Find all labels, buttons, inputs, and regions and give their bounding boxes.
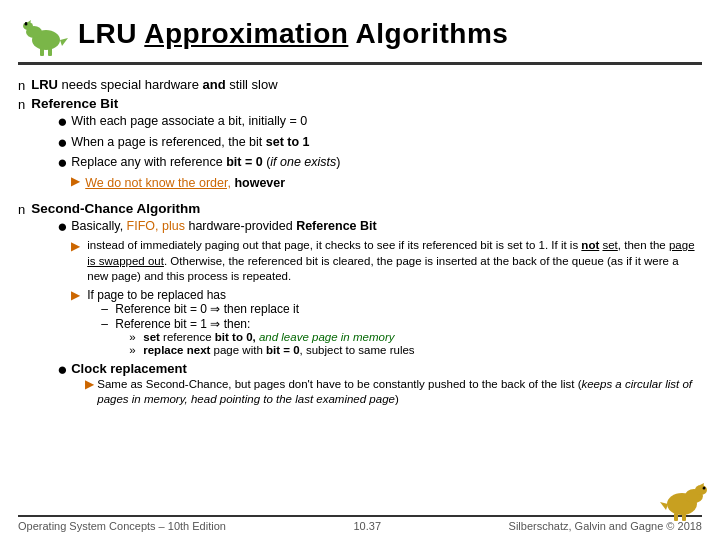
slide: LRU Approximation Algorithms n LRU needs…: [0, 0, 720, 540]
bullet-dot-3: ●: [57, 154, 71, 173]
footer-center: 10.37: [353, 520, 381, 532]
title-prefix: LRU: [78, 18, 144, 49]
deep-bullet-1-text: instead of immediately paging out that p…: [87, 238, 702, 285]
reference-bit-label: Reference Bit: [31, 96, 118, 111]
ref-bullet-3: ● Replace any with reference bit = 0 (if…: [57, 154, 340, 173]
content: n LRU needs special hardware and still s…: [18, 73, 702, 515]
triple-marker-2: »: [129, 344, 143, 356]
triple-marker-1: »: [129, 331, 143, 343]
dash-2: – Reference bit = 1 ⇒ then: » set refere…: [101, 317, 414, 357]
svg-marker-7: [60, 38, 68, 46]
if-page-text: If page to be replaced has: [87, 288, 226, 302]
svg-point-2: [23, 22, 33, 30]
triple-1: » set reference bit to 0, and leave page…: [129, 331, 414, 343]
title-suffix: Algorithms: [348, 18, 508, 49]
bullet-dot-clock: ●: [57, 361, 71, 380]
clock-sub-text: Same as Second-Chance, but pages don't h…: [97, 377, 702, 408]
svg-rect-6: [48, 48, 52, 56]
triple-sub: » set reference bit to 0, and leave page…: [129, 331, 414, 356]
header: LRU Approximation Algorithms: [18, 10, 702, 65]
second-chance-label: Second-Chance Algorithm: [31, 201, 200, 216]
slide-title: LRU Approximation Algorithms: [78, 18, 508, 50]
dino-left-icon: [18, 10, 70, 58]
bullet-dot-2: ●: [57, 134, 71, 153]
second-chance-fifo: ● Basically, FIFO, plus hardware-provide…: [57, 218, 702, 237]
second-chance-content: Second-Chance Algorithm ● Basically, FIF…: [31, 201, 702, 410]
second-chance-section: n Second-Chance Algorithm ● Basically, F…: [18, 201, 702, 410]
dino-right-icon: [658, 472, 710, 522]
svg-point-11: [695, 485, 707, 495]
lru-needs-text: LRU needs special hardware and still slo…: [31, 77, 277, 92]
ref-bullet-1: ● With each page associate a bit, initia…: [57, 113, 340, 132]
arrow-icon-1: ▶: [71, 175, 85, 188]
second-chance-sub: ● Basically, FIFO, plus hardware-provide…: [57, 218, 702, 408]
svg-rect-5: [40, 48, 44, 56]
dash-marker-2: –: [101, 317, 115, 331]
bullet-marker-n2: n: [18, 97, 25, 112]
title-underlined: Approximation: [144, 18, 348, 49]
bullet-marker-n1: n: [18, 78, 25, 93]
deep-sub-container: ▶ instead of immediately paging out that…: [71, 238, 702, 358]
dash-marker-1: –: [101, 302, 115, 316]
deep-bullet-2: ▶ If page to be replaced has – Reference…: [71, 287, 702, 358]
reference-bit-content: Reference Bit ● With each page associate…: [31, 96, 340, 195]
dash-1: – Reference bit = 0 ⇒ then replace it: [101, 302, 414, 316]
ref-subnote: ▶ We do not know the order, however: [71, 175, 340, 193]
bullet-dot-1: ●: [57, 113, 71, 132]
clock-sub-item: ▶ Same as Second-Chance, but pages don't…: [85, 377, 702, 408]
clock-label: Clock replacement: [71, 361, 187, 376]
reference-bit-bullets: ● With each page associate a bit, initia…: [57, 113, 340, 193]
reference-bit-section: n Reference Bit ● With each page associa…: [18, 96, 702, 195]
if-page-content: If page to be replaced has – Reference b…: [87, 287, 414, 358]
triple-2-text: replace next page with bit = 0, subject …: [143, 344, 414, 356]
triple-2: » replace next page with bit = 0, subjec…: [129, 344, 414, 356]
arrow-icon-3: ▶: [71, 287, 87, 304]
lru-needs-bullet: n LRU needs special hardware and still s…: [18, 77, 702, 93]
svg-rect-15: [682, 513, 686, 521]
bullet-marker-n3: n: [18, 202, 25, 217]
footer-left: Operating System Concepts – 10th Edition: [18, 520, 226, 532]
svg-point-8: [25, 22, 27, 24]
dash-list: – Reference bit = 0 ⇒ then replace it – …: [101, 302, 414, 357]
clock-content: Clock replacement ▶ Same as Second-Chanc…: [71, 361, 702, 408]
dash-2-content: Reference bit = 1 ⇒ then: » set referenc…: [115, 317, 414, 357]
arrow-icon-2: ▶: [71, 238, 87, 255]
dash-1-text: Reference bit = 0 ⇒ then replace it: [115, 302, 299, 316]
ref-bullet-1-text: With each page associate a bit, initiall…: [71, 113, 307, 131]
ref-subnote-text: We do not know the order, however: [85, 175, 285, 193]
arrow-icon-4: ▶: [85, 377, 94, 391]
second-chance-fifo-text: Basically, FIFO, plus hardware-provided …: [71, 218, 376, 236]
deep-bullet-1: ▶ instead of immediately paging out that…: [71, 238, 702, 285]
clock-bullet: ● Clock replacement ▶ Same as Second-Cha…: [57, 361, 702, 408]
ref-bullet-3-text: Replace any with reference bit = 0 (if o…: [71, 154, 340, 172]
triple-1-text: set reference bit to 0, and leave page i…: [143, 331, 394, 343]
svg-rect-14: [674, 513, 678, 521]
dash-2-text: Reference bit = 1 ⇒ then:: [115, 317, 250, 331]
footer: Operating System Concepts – 10th Edition…: [18, 515, 702, 532]
ref-bullet-2-text: When a page is referenced, the bit set t…: [71, 134, 309, 152]
ref-bullet-2: ● When a page is referenced, the bit set…: [57, 134, 340, 153]
clock-sub: ▶ Same as Second-Chance, but pages don't…: [85, 377, 702, 408]
bullet-dot-sc: ●: [57, 218, 71, 237]
svg-marker-16: [660, 502, 668, 510]
